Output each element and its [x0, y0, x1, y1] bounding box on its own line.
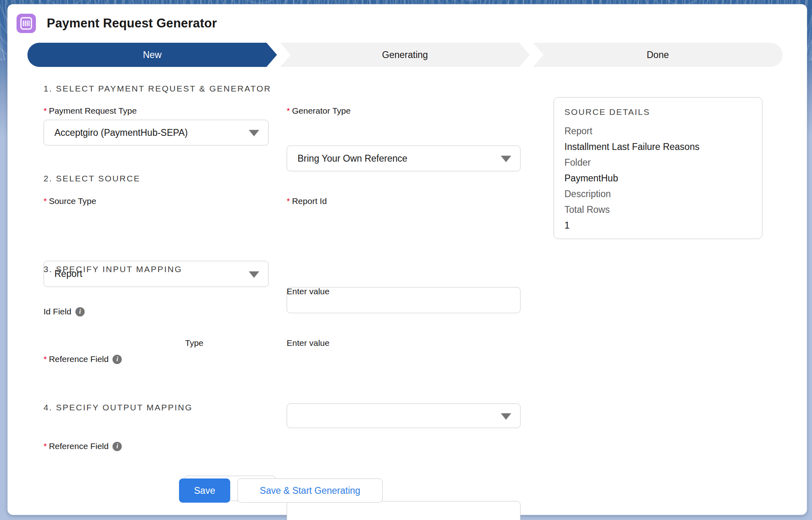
id-field-enter-value-label: Enter value [287, 287, 329, 296]
path-stage-done[interactable]: Done [533, 43, 783, 67]
source-detail-label: Total Rows [564, 202, 752, 218]
required-asterisk: * [44, 106, 47, 116]
payment-request-type-value: Acceptgiro (PaymentHub-SEPA) [54, 127, 188, 138]
source-detail-label: Report [564, 123, 752, 139]
dropdown-arrow-icon [501, 156, 511, 162]
path-stage-generating[interactable]: Generating [280, 43, 530, 67]
input-reference-field-label: * Reference Field i [44, 354, 122, 364]
required-asterisk: * [44, 354, 47, 364]
page-title: Payment Request Generator [47, 14, 217, 33]
source-detail-value: 1 [564, 218, 752, 233]
generator-type-label: * Generator Type [287, 106, 351, 116]
payment-request-generator-card: Payment Request Generator New Generating… [7, 4, 807, 515]
source-type-label: * Source Type [44, 196, 96, 206]
required-asterisk: * [44, 441, 47, 451]
info-icon[interactable]: i [75, 307, 85, 316]
source-details-heading: SOURCE DETAILS [564, 107, 752, 117]
progress-path: New Generating Done [27, 43, 783, 67]
id-field-combobox[interactable] [287, 404, 521, 428]
info-icon[interactable]: i [112, 355, 122, 364]
source-detail-value: PaymentHub [564, 171, 752, 186]
source-detail-label: Description [564, 186, 752, 202]
id-field-label: Id Field i [44, 307, 85, 316]
source-detail-label: Folder [564, 155, 752, 171]
output-reference-field-label: * Reference Field i [44, 441, 122, 451]
acceptgiro-app-icon [17, 14, 36, 33]
section2-heading: 2. SELECT SOURCE [44, 174, 140, 183]
save-button[interactable]: Save [179, 478, 230, 503]
reference-value-input[interactable] [287, 501, 521, 520]
required-asterisk: * [287, 106, 290, 116]
section3-heading: 3. SPECIFY INPUT MAPPING [44, 264, 182, 274]
save-and-start-generating-button[interactable]: Save & Start Generating [237, 478, 383, 503]
source-details-panel: SOURCE DETAILS Report Installment Last F… [554, 97, 762, 239]
barcode-slip-icon [20, 17, 32, 30]
dropdown-arrow-icon [249, 271, 259, 278]
source-detail-value: Installment Last Failure Reasons [564, 139, 752, 155]
section4-heading: 4. SPECIFY OUTPUT MAPPING [44, 403, 193, 412]
dropdown-arrow-icon [501, 413, 511, 420]
reference-enter-value-label: Enter value [287, 338, 329, 348]
section1-heading: 1. SELECT PAYMENT REQUEST & GENERATOR [44, 84, 271, 94]
payment-request-type-dropdown[interactable]: Acceptgiro (PaymentHub-SEPA) [44, 120, 269, 146]
path-stage-label: Done [647, 50, 669, 60]
payment-request-type-label: * Payment Request Type [44, 106, 137, 116]
generator-type-dropdown[interactable]: Bring Your Own Reference [287, 146, 521, 171]
path-stage-label: Generating [382, 50, 428, 60]
dropdown-arrow-icon [249, 130, 259, 136]
generator-type-value: Bring Your Own Reference [298, 153, 407, 164]
required-asterisk: * [44, 196, 47, 206]
info-icon[interactable]: i [112, 442, 122, 451]
path-stage-new[interactable]: New [27, 43, 277, 67]
required-asterisk: * [287, 196, 290, 206]
reference-type-label: Type [185, 338, 204, 348]
report-id-label: * Report Id [287, 196, 327, 206]
path-stage-label: New [143, 50, 161, 60]
